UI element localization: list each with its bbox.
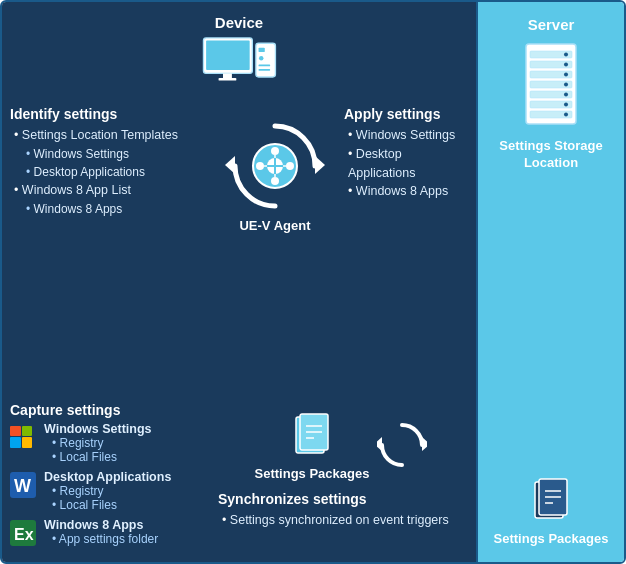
identify-list: Settings Location Templates Windows Sett…: [10, 126, 202, 218]
right-packages-label: Settings Packages: [494, 531, 609, 546]
svg-point-44: [564, 73, 568, 77]
server-icon: [516, 39, 586, 132]
packages-icon: [292, 412, 332, 462]
main-container: Device: [0, 0, 626, 564]
list-item: Desktop Applications: [344, 145, 468, 183]
list-item: Windows Settings: [10, 145, 202, 163]
capture-windows-sub2: • Local Files: [44, 450, 152, 464]
server-title: Server: [528, 16, 575, 33]
main-panel: Device: [2, 2, 476, 562]
capture-win8-label: Windows 8 Apps: [44, 518, 158, 532]
list-item: Windows 8 Apps: [344, 182, 468, 201]
list-item: Desktop Applications: [10, 163, 202, 181]
bottom-right: Settings Packages Synchronizes: [210, 402, 468, 554]
list-item: Settings Location Templates: [10, 126, 202, 145]
agent-circle-icon: [225, 116, 325, 216]
capture-desktop-label: Desktop Applications: [44, 470, 171, 484]
capture-win8-sub1: • App settings folder: [44, 532, 158, 546]
sync-title: Synchronizes settings: [218, 491, 468, 507]
svg-point-42: [564, 53, 568, 57]
word-icon: W: [10, 472, 38, 500]
capture-desktop-sub2: • Local Files: [44, 498, 171, 512]
identify-title: Identify settings: [10, 106, 202, 122]
svg-point-43: [564, 63, 568, 67]
capture-desktop-sub1: • Registry: [44, 484, 171, 498]
list-item: Windows 8 Apps: [10, 200, 202, 218]
sync-section: Synchronizes settings Settings synchroni…: [214, 491, 468, 536]
capture-windows: Windows Settings • Registry • Local File…: [10, 422, 202, 464]
svg-marker-10: [225, 156, 235, 174]
apply-section: Apply settings Windows Settings Desktop …: [340, 106, 468, 398]
device-title: Device: [215, 14, 263, 31]
svg-rect-1: [206, 41, 250, 70]
svg-rect-8: [259, 69, 271, 71]
svg-marker-32: [422, 437, 427, 451]
svg-point-48: [564, 113, 568, 117]
svg-text:Ex: Ex: [14, 526, 34, 543]
agent-container: UE-V Agent: [225, 116, 325, 233]
bottom-section: Capture settings Windows Settings • Regi…: [2, 398, 476, 562]
list-item: Windows 8 App List: [10, 181, 202, 200]
apply-list: Windows Settings Desktop Applications Wi…: [344, 126, 468, 201]
capture-title: Capture settings: [10, 402, 202, 418]
svg-marker-9: [315, 156, 325, 174]
packages-row: Settings Packages: [214, 402, 468, 491]
svg-point-6: [259, 56, 263, 60]
agent-section: UE-V Agent: [210, 106, 340, 398]
top-section: Device: [2, 2, 476, 102]
windows-icon: [10, 424, 38, 452]
svg-point-16: [286, 162, 294, 170]
sync-arrows: [377, 420, 427, 473]
device-box: Device: [199, 14, 279, 98]
right-packages-icon: [531, 477, 571, 527]
sync-icon: [377, 420, 427, 470]
apply-title: Apply settings: [344, 106, 468, 122]
sync-list: Settings synchronized on event triggers: [218, 511, 468, 530]
capture-desktop: W Desktop Applications • Registry • Loca…: [10, 470, 202, 512]
svg-rect-5: [259, 48, 265, 52]
mid-section: Identify settings Settings Location Temp…: [2, 102, 476, 398]
svg-rect-7: [259, 65, 271, 67]
server-panel: Server Setti: [476, 2, 624, 562]
sync-item: Settings synchronized on event triggers: [218, 511, 468, 530]
right-packages-box: Settings Packages: [494, 477, 609, 562]
capture-win8: Ex Windows 8 Apps • App settings folder: [10, 518, 202, 548]
identify-section: Identify settings Settings Location Temp…: [10, 106, 210, 398]
settings-packages-box: Settings Packages: [255, 412, 370, 481]
capture-windows-label: Windows Settings: [44, 422, 152, 436]
computer-icon: [199, 35, 279, 98]
capture-windows-sub1: • Registry: [44, 436, 152, 450]
svg-point-15: [256, 162, 264, 170]
excel-icon: Ex: [10, 520, 38, 548]
svg-text:W: W: [14, 476, 31, 496]
capture-section: Capture settings Windows Settings • Regi…: [10, 402, 210, 554]
svg-point-46: [564, 93, 568, 97]
svg-point-47: [564, 103, 568, 107]
agent-label: UE-V Agent: [239, 218, 310, 233]
list-item: Windows Settings: [344, 126, 468, 145]
svg-point-13: [271, 147, 279, 155]
svg-point-45: [564, 83, 568, 87]
storage-title: Settings Storage Location: [478, 138, 624, 172]
svg-rect-3: [219, 78, 237, 81]
svg-marker-33: [377, 437, 382, 451]
packages-label: Settings Packages: [255, 466, 370, 481]
svg-point-14: [271, 177, 279, 185]
